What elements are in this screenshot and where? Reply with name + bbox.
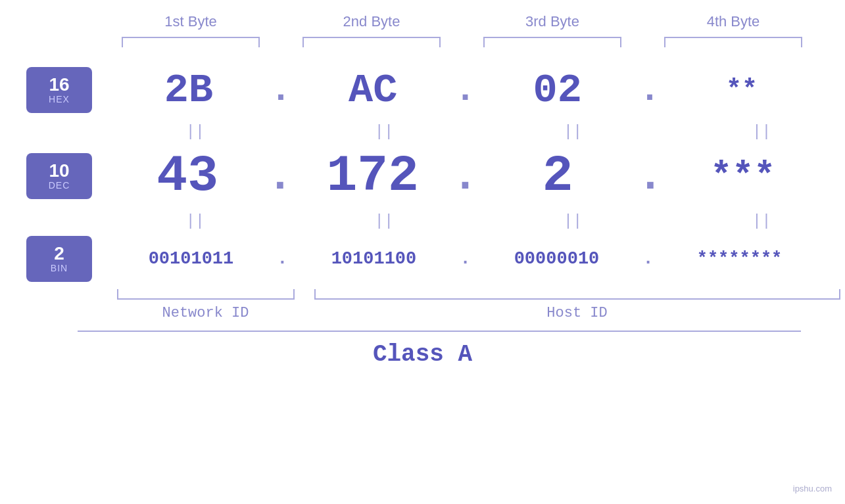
dec-val-3: 2 <box>543 147 573 205</box>
bottom-line <box>78 331 801 332</box>
hex-row: 16 HEX 2B . AC . 02 . ** <box>0 60 845 120</box>
eq1-2: || <box>312 123 456 141</box>
bin-badge: 2 BIN <box>26 236 92 282</box>
hex-val-2: AC <box>349 67 397 114</box>
bin-val-2: 10101100 <box>331 249 417 269</box>
hex-val-4-cell: ** <box>669 76 814 105</box>
bracket-2 <box>302 37 441 47</box>
hex-sep-3: . <box>639 70 660 111</box>
hex-badge: 16 HEX <box>26 67 92 113</box>
dec-sep-2: . <box>452 151 479 202</box>
byte-header-2: 2nd Byte <box>299 13 444 30</box>
bin-val-3-cell: 00000010 <box>484 249 629 269</box>
dec-base-name: DEC <box>49 180 70 191</box>
byte-header-3: 3rd Byte <box>480 13 625 30</box>
eq2-4: || <box>689 212 834 230</box>
hex-sep-1: . <box>270 70 292 111</box>
dec-badge: 10 DEC <box>26 153 92 199</box>
bin-val-2-cell: 10101100 <box>301 249 446 269</box>
dec-val-4-cell: *** <box>671 156 815 197</box>
hex-val-3: 02 <box>533 67 581 114</box>
eq1-4: || <box>689 123 834 141</box>
byte-header-1: 1st Byte <box>118 13 263 30</box>
bin-val-4: ******** <box>697 249 783 269</box>
equals-row-1: || || || || <box>117 120 840 143</box>
network-id-label: Network ID <box>117 305 295 321</box>
bracket-4 <box>664 37 802 47</box>
host-id-label: Host ID <box>314 305 840 321</box>
hex-val-1: 2B <box>164 67 213 114</box>
hex-base-name: HEX <box>49 94 70 104</box>
bin-val-4-cell: ******** <box>667 249 812 269</box>
host-bracket <box>314 289 840 300</box>
byte-header-4: 4th Byte <box>661 13 806 30</box>
eq1-3: || <box>500 123 645 141</box>
dec-val-1: 43 <box>157 147 218 205</box>
class-row: Class A <box>0 341 845 368</box>
bin-val-1: 00101011 <box>149 249 234 269</box>
dec-base-num: 10 <box>49 162 69 180</box>
hex-val-2-cell: AC <box>301 67 445 114</box>
bin-base-num: 2 <box>54 244 64 263</box>
dec-val-1-cell: 43 <box>115 147 260 205</box>
bin-sep-3: . <box>642 249 653 269</box>
watermark: ipshu.com <box>793 484 832 493</box>
dec-row: 10 DEC 43 . 172 . 2 . *** <box>0 143 845 209</box>
dec-val-2: 172 <box>326 147 418 205</box>
bin-sep-1: . <box>277 249 287 269</box>
bin-row: 2 BIN 00101011 . 10101100 . 00000010 . *… <box>0 233 845 285</box>
bin-val-3: 00000010 <box>514 249 600 269</box>
network-bracket <box>117 289 295 300</box>
byte-headers: 1st Byte 2nd Byte 3rd Byte 4th Byte <box>101 13 824 30</box>
dec-sep-1: . <box>267 151 294 202</box>
dec-val-2-cell: 172 <box>301 147 445 205</box>
eq2-2: || <box>312 212 456 230</box>
top-brackets <box>101 37 824 47</box>
dec-sep-3: . <box>637 151 664 202</box>
hex-sep-2: . <box>454 70 476 111</box>
eq2-3: || <box>500 212 645 230</box>
hex-base-num: 16 <box>49 76 69 94</box>
eq1-1: || <box>123 123 268 141</box>
hex-val-1-cell: 2B <box>116 67 261 114</box>
dec-val-3-cell: 2 <box>485 147 630 205</box>
class-label: Class A <box>373 341 472 368</box>
hex-val-3-cell: 02 <box>485 67 630 114</box>
bin-sep-2: . <box>460 249 470 269</box>
id-labels: Network ID Host ID <box>117 305 840 321</box>
dec-val-4: *** <box>710 156 775 197</box>
eq2-1: || <box>123 212 268 230</box>
bin-base-name: BIN <box>51 263 68 273</box>
bracket-1 <box>122 37 260 47</box>
bin-val-1-cell: 00101011 <box>118 249 263 269</box>
equals-row-2: || || || || <box>117 209 840 233</box>
bottom-brackets <box>117 289 840 300</box>
main-container: 1st Byte 2nd Byte 3rd Byte 4th Byte 16 H… <box>0 0 845 504</box>
bracket-3 <box>483 37 621 47</box>
hex-val-4: ** <box>726 76 758 105</box>
